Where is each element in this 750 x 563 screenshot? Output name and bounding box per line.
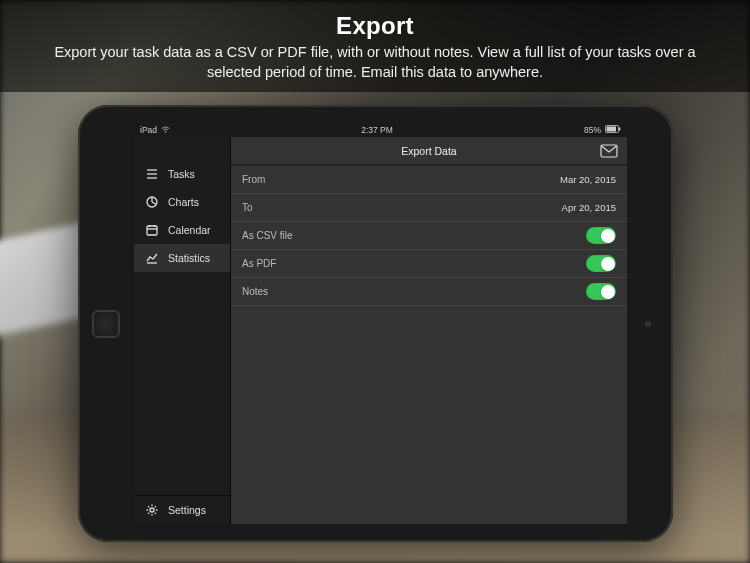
row-value: Apr 20, 2015 [562,202,616,213]
main-panel: Export Data From Mar 20, 2015 To Apr 20,… [231,137,627,524]
row-label: As PDF [242,258,276,269]
row-pdf: As PDF [231,250,627,278]
pie-chart-icon [145,195,159,209]
sidebar: Tasks Charts Calendar [134,137,231,524]
status-carrier: iPad [140,125,157,135]
sidebar-item-charts[interactable]: Charts [134,188,230,216]
svg-rect-8 [147,226,157,235]
svg-rect-2 [607,127,617,132]
sidebar-item-label: Tasks [168,168,195,180]
sidebar-item-label: Charts [168,196,199,208]
row-to[interactable]: To Apr 20, 2015 [231,194,627,222]
screen: iPad 2:37 PM 85% [134,123,627,524]
row-value: Mar 20, 2015 [560,174,616,185]
row-from[interactable]: From Mar 20, 2015 [231,166,627,194]
mail-button[interactable] [600,144,618,158]
sidebar-item-label: Statistics [168,252,210,264]
battery-icon [605,125,621,135]
promo-banner: Export Export your task data as a CSV or… [0,0,750,92]
main-header: Export Data [231,137,627,165]
main-title: Export Data [401,145,456,157]
home-button[interactable] [92,310,120,338]
ipad-frame: iPad 2:37 PM 85% [78,105,673,542]
sidebar-item-calendar[interactable]: Calendar [134,216,230,244]
sidebar-item-label: Calendar [168,224,211,236]
calendar-icon [145,223,159,237]
line-chart-icon [145,251,159,265]
status-time: 2:37 PM [361,125,393,135]
row-label: From [242,174,265,185]
front-camera [645,321,651,327]
row-label: Notes [242,286,268,297]
sidebar-item-label: Settings [168,504,206,516]
row-csv: As CSV file [231,222,627,250]
toggle-csv[interactable] [586,227,616,244]
status-battery-percent: 85% [584,125,601,135]
toggle-pdf[interactable] [586,255,616,272]
sidebar-item-tasks[interactable]: Tasks [134,160,230,188]
sidebar-item-statistics[interactable]: Statistics [134,244,230,272]
row-notes: Notes [231,278,627,306]
status-bar: iPad 2:37 PM 85% [134,123,627,137]
row-label: To [242,202,253,213]
promo-title: Export [36,12,714,40]
wifi-icon [161,125,170,135]
app-container: Tasks Charts Calendar [134,137,627,524]
svg-rect-3 [619,128,620,131]
row-label: As CSV file [242,230,293,241]
gear-icon [145,503,159,517]
svg-point-0 [165,132,166,133]
toggle-notes[interactable] [586,283,616,300]
svg-point-13 [150,508,154,512]
sidebar-item-settings[interactable]: Settings [134,496,230,524]
export-form: From Mar 20, 2015 To Apr 20, 2015 As CSV… [231,166,627,306]
list-icon [145,167,159,181]
promo-description: Export your task data as a CSV or PDF fi… [36,43,714,82]
